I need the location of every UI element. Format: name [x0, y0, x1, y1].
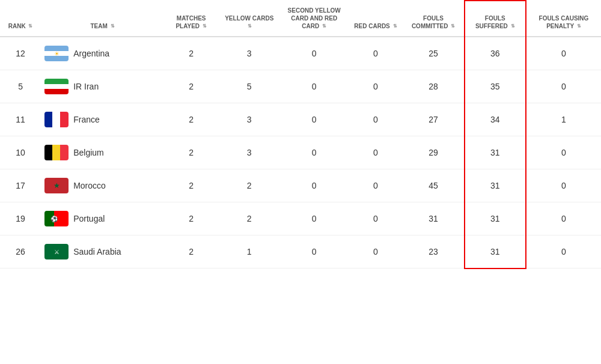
sort-icon-second-yellow: ⇅: [322, 23, 326, 29]
yellow-cards-cell: 3: [219, 136, 280, 169]
team-cell: Argentina: [41, 37, 164, 70]
matches-cell: 2: [164, 70, 219, 103]
red-cards-cell: 0: [349, 169, 403, 202]
fouls-committed-cell: 31: [403, 202, 464, 235]
yellow-cards-cell: 3: [219, 103, 280, 136]
team-flag: [44, 244, 69, 259]
sort-icon-fouls-suffered: ⇅: [511, 23, 515, 29]
team-name: Morocco: [73, 181, 106, 190]
team-name: Argentina: [73, 49, 109, 58]
yellow-cards-cell: 2: [219, 202, 280, 235]
col-header-matches[interactable]: MATCHES PLAYED ⇅: [164, 1, 219, 37]
team-cell: Morocco: [41, 169, 164, 202]
fouls-committed-cell: 45: [403, 169, 464, 202]
fouls-committed-cell: 29: [403, 136, 464, 169]
rank-cell: 26: [0, 235, 41, 268]
second-yellow-cell: 0: [280, 70, 349, 103]
team-cell: Portugal: [41, 202, 164, 235]
fouls-committed-cell: 23: [403, 235, 464, 268]
fouls-penalty-cell: 0: [526, 235, 601, 268]
fouls-suffered-cell: 31: [465, 136, 526, 169]
red-cards-cell: 0: [349, 70, 403, 103]
matches-cell: 2: [164, 37, 219, 70]
rank-cell: 11: [0, 103, 41, 136]
col-header-fouls-committed[interactable]: FOULS COMMITTED ⇅: [403, 1, 464, 37]
matches-cell: 2: [164, 136, 219, 169]
fouls-penalty-cell: 0: [526, 136, 601, 169]
team-name: France: [73, 115, 100, 124]
fouls-penalty-cell: 0: [526, 169, 601, 202]
team-name: Portugal: [73, 214, 105, 223]
col-header-red[interactable]: RED CARDS ⇅: [349, 1, 403, 37]
yellow-cards-cell: 1: [219, 235, 280, 268]
col-header-yellow[interactable]: YELLOW CARDS ⇅: [219, 1, 280, 37]
table-row: 19 Portugal 2 2 0 0 31 31 0: [0, 202, 601, 235]
col-header-team[interactable]: TEAM ⇅: [41, 1, 164, 37]
red-cards-cell: 0: [349, 202, 403, 235]
sort-icon-rank: ⇅: [28, 23, 32, 29]
team-flag: [44, 46, 69, 61]
red-cards-cell: 0: [349, 235, 403, 268]
second-yellow-cell: 0: [280, 202, 349, 235]
sort-icon-team: ⇅: [111, 23, 115, 29]
second-yellow-cell: 0: [280, 235, 349, 268]
stats-table: RANK ⇅ TEAM ⇅ MATCHES PLAYED ⇅ YELLOW CA…: [0, 0, 601, 269]
matches-cell: 2: [164, 202, 219, 235]
sort-icon-yellow: ⇅: [248, 23, 252, 29]
red-cards-cell: 0: [349, 103, 403, 136]
fouls-suffered-cell: 31: [465, 202, 526, 235]
yellow-cards-cell: 3: [219, 37, 280, 70]
red-cards-cell: 0: [349, 37, 403, 70]
rank-cell: 19: [0, 202, 41, 235]
table-row: 10 Belgium 2 3 0 0 29 31 0: [0, 136, 601, 169]
fouls-suffered-cell: 36: [465, 37, 526, 70]
fouls-committed-cell: 28: [403, 70, 464, 103]
team-name: Belgium: [73, 148, 104, 157]
matches-cell: 2: [164, 169, 219, 202]
sort-icon-fouls-committed: ⇅: [451, 23, 455, 29]
second-yellow-cell: 0: [280, 103, 349, 136]
col-header-fouls-suffered[interactable]: FOULS SUFFERED ⇅: [465, 1, 526, 37]
second-yellow-cell: 0: [280, 37, 349, 70]
rank-cell: 5: [0, 70, 41, 103]
team-flag: [44, 112, 69, 127]
team-flag: [44, 79, 69, 94]
fouls-penalty-cell: 0: [526, 70, 601, 103]
red-cards-cell: 0: [349, 136, 403, 169]
team-name: Saudi Arabia: [73, 247, 121, 256]
rank-cell: 10: [0, 136, 41, 169]
table-row: 12 Argentina 2 3 0 0 25 36 0: [0, 37, 601, 70]
team-cell: IR Iran: [41, 70, 164, 103]
fouls-penalty-cell: 0: [526, 37, 601, 70]
rank-cell: 12: [0, 37, 41, 70]
matches-cell: 2: [164, 103, 219, 136]
fouls-suffered-cell: 34: [465, 103, 526, 136]
col-header-fouls-penalty[interactable]: FOULS CAUSING PENALTY ⇅: [526, 1, 601, 37]
team-flag: [44, 211, 69, 226]
fouls-suffered-cell: 35: [465, 70, 526, 103]
fouls-suffered-cell: 31: [465, 169, 526, 202]
team-flag: [44, 178, 69, 193]
stats-table-container: RANK ⇅ TEAM ⇅ MATCHES PLAYED ⇅ YELLOW CA…: [0, 0, 601, 269]
yellow-cards-cell: 5: [219, 70, 280, 103]
table-row: 11 France 2 3 0 0 27 34 1: [0, 103, 601, 136]
col-header-second-yellow[interactable]: SECOND YELLOW CARD AND RED CARD ⇅: [280, 1, 349, 37]
matches-cell: 2: [164, 235, 219, 268]
fouls-penalty-cell: 1: [526, 103, 601, 136]
second-yellow-cell: 0: [280, 136, 349, 169]
table-row: 5 IR Iran 2 5 0 0 28 35 0: [0, 70, 601, 103]
fouls-committed-cell: 25: [403, 37, 464, 70]
team-cell: Saudi Arabia: [41, 235, 164, 268]
yellow-cards-cell: 2: [219, 169, 280, 202]
table-row: 17 Morocco 2 2 0 0 45 31 0: [0, 169, 601, 202]
sort-icon-matches: ⇅: [203, 23, 207, 29]
fouls-penalty-cell: 0: [526, 202, 601, 235]
fouls-committed-cell: 27: [403, 103, 464, 136]
sort-icon-fouls-penalty: ⇅: [577, 23, 581, 29]
sort-icon-red: ⇅: [393, 23, 397, 29]
second-yellow-cell: 0: [280, 169, 349, 202]
team-name: IR Iran: [73, 82, 99, 91]
table-row: 26 Saudi Arabia 2 1 0 0 23 31 0: [0, 235, 601, 268]
team-cell: Belgium: [41, 136, 164, 169]
col-header-rank[interactable]: RANK ⇅: [0, 1, 41, 37]
